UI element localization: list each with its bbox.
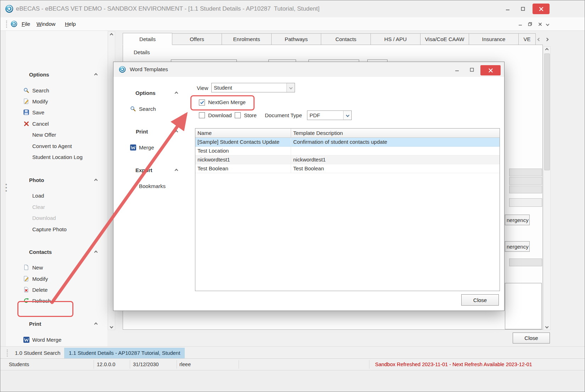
chevron-down-icon — [346, 114, 349, 117]
mdi-close-button[interactable] — [536, 21, 544, 27]
sidebar-item-modify-contact[interactable]: Modify — [22, 274, 48, 283]
chevron-up-icon — [94, 73, 98, 76]
table-row[interactable]: nickwordtest1 nickwordtest1 — [195, 155, 500, 164]
collapse-options-button[interactable] — [92, 70, 100, 80]
scroll-up-button[interactable] — [108, 32, 115, 38]
content-scrollbar[interactable] — [543, 46, 551, 330]
dialog-item-merge[interactable]: Merge — [128, 143, 154, 152]
column-header-description[interactable]: Template Description — [291, 129, 500, 137]
close-icon — [489, 68, 493, 73]
scroll-up-button[interactable] — [544, 47, 550, 53]
partial-emergency-button[interactable]: nergency — [505, 241, 530, 252]
main-close-button[interactable]: Close — [513, 333, 550, 343]
details-group-label: Details — [134, 49, 150, 55]
dialog-minimize-button[interactable] — [453, 66, 461, 73]
column-header-name[interactable]: Name — [195, 129, 291, 137]
status-separator — [94, 360, 94, 369]
window-title: eBECAS - eBECAS VET DEMO - SANDBOX ENVIR… — [16, 0, 319, 17]
tab-insurance[interactable]: Insurance — [469, 33, 519, 45]
tab-details[interactable]: Details — [123, 33, 172, 45]
sidebar-item-convert-to-agent[interactable]: Convert to Agent — [22, 142, 72, 150]
status-separator — [369, 360, 369, 369]
dialog-item-bookmarks[interactable]: Bookmarks — [128, 182, 166, 190]
dialog-close-button[interactable] — [480, 65, 501, 75]
menu-file[interactable]: File — [20, 17, 32, 31]
collapse-print-button[interactable] — [92, 319, 100, 329]
maximize-button[interactable] — [516, 4, 530, 14]
combo-dropdown-button[interactable] — [343, 111, 351, 120]
chevron-up-icon — [94, 250, 98, 254]
sidebar-item-modify[interactable]: Modify — [22, 97, 48, 106]
partial-button-label: nergency — [507, 217, 529, 223]
nextgen-merge-label: NextGen Merge — [208, 99, 246, 106]
menu-window[interactable]: Window — [34, 17, 57, 31]
sidebar-item-load[interactable]: Load — [22, 191, 44, 200]
collapse-options-button[interactable] — [172, 88, 180, 98]
download-checkbox[interactable] — [199, 112, 205, 118]
tab-enrolments[interactable]: Enrolments — [222, 33, 272, 45]
sidebar-item-capture-photo[interactable]: Capture Photo — [22, 225, 67, 233]
tab-hs-apu[interactable]: HS / APU — [371, 33, 420, 45]
sidebar-item-delete-contact[interactable]: Delete — [22, 285, 48, 294]
bottom-tab-student-details[interactable]: 1.1 Student Details - AP10287 Tutorial, … — [64, 348, 185, 358]
menu-overflow-button[interactable] — [545, 21, 550, 27]
collapse-photo-button[interactable] — [92, 175, 100, 185]
scrollbar-thumb[interactable] — [544, 53, 550, 170]
table-row-selected[interactable]: [Sample] Student Contacts Update Confirm… — [195, 138, 500, 147]
close-button[interactable] — [533, 4, 550, 14]
bottom-tab-student-search[interactable]: 1.0 Student Search — [10, 348, 65, 358]
sidebar-item-cancel[interactable]: Cancel — [22, 119, 49, 128]
chevron-up-icon — [110, 33, 113, 37]
nextgen-merge-checkbox[interactable] — [199, 100, 205, 106]
cell-description: Confirmation of student contacts update — [291, 138, 500, 146]
tab-offers[interactable]: Offers — [172, 33, 222, 45]
mdi-minimize-button[interactable] — [516, 21, 524, 27]
tab-pathways[interactable]: Pathways — [272, 33, 321, 45]
tab-scroll-right-button[interactable] — [546, 36, 548, 42]
view-combobox[interactable]: Student — [211, 83, 295, 92]
document-type-combobox[interactable]: PDF — [307, 110, 352, 120]
sidebar-item-word-merge[interactable]: Word Merge — [22, 335, 61, 344]
sidebar-item-new-contact[interactable]: New — [22, 263, 43, 272]
collapse-contacts-button[interactable] — [92, 247, 100, 257]
scroll-down-button[interactable] — [108, 324, 115, 330]
sidebar-section-photo: Photo — [29, 175, 44, 185]
sidebar-item-student-location-log[interactable]: Student Location Log — [22, 153, 83, 161]
table-row[interactable]: Test Location — [195, 147, 500, 155]
partial-field — [509, 186, 542, 193]
combo-dropdown-button[interactable] — [286, 83, 295, 92]
dialog-maximize-button[interactable] — [468, 66, 476, 73]
store-checkbox[interactable] — [235, 112, 241, 118]
collapse-print-button[interactable] — [172, 127, 180, 137]
sidebar-item-save[interactable]: Save — [22, 108, 44, 117]
sidebar-item-label: Modify — [32, 98, 48, 104]
tab-visa-coe-caaw[interactable]: Visa/CoE CAAW — [420, 33, 469, 45]
partial-field — [509, 169, 542, 176]
menu-help[interactable]: Help — [63, 17, 78, 31]
dialog-item-search[interactable]: Search — [128, 104, 156, 113]
tab-contacts[interactable]: Contacts — [321, 33, 371, 45]
table-row[interactable]: Test Boolean Test Boolean — [195, 164, 500, 173]
collapse-export-button[interactable] — [172, 165, 180, 175]
tab-scroll-left-button[interactable] — [538, 36, 540, 42]
toolbar-grip — [6, 21, 7, 28]
sidebar-item-new-offer[interactable]: New Offer — [22, 130, 56, 139]
sidebar-item-search[interactable]: Search — [22, 86, 49, 95]
cell-name: [Sample] Student Contacts Update — [195, 138, 291, 146]
mdi-restore-button[interactable] — [526, 21, 534, 27]
refresh-icon — [22, 298, 31, 303]
scroll-down-button[interactable] — [544, 324, 550, 330]
close-icon — [539, 7, 544, 11]
dialog-close-footer-button[interactable]: Close — [461, 294, 499, 306]
sidebar: Options Search Modify Save Cancel New Of… — [6, 31, 107, 346]
sidebar-item-label: Download — [32, 215, 56, 221]
minimize-button[interactable] — [501, 4, 515, 14]
sidebar-item-refresh-contacts[interactable]: Refresh — [22, 296, 51, 305]
panel-drag-handle[interactable]: ••• — [5, 183, 7, 193]
partial-text-area[interactable] — [505, 283, 542, 329]
tab-ve[interactable]: VE — [519, 33, 536, 45]
partial-emergency-button[interactable]: nergency — [505, 215, 530, 225]
cell-description: nickwordtest1 — [291, 155, 500, 164]
sidebar-item-label: Student Location Log — [32, 154, 83, 160]
chevron-down-icon — [289, 86, 292, 90]
